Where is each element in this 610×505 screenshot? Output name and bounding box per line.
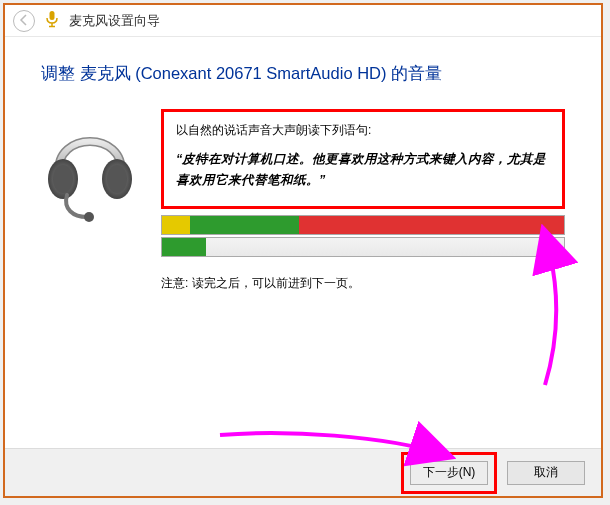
content-area: 调整 麦克风 (Conexant 20671 SmartAudio HD) 的音… <box>5 37 601 448</box>
reading-quote: “皮特在对计算机口述。他更喜欢用这种方式来键入内容，尤其是喜欢用它来代替笔和纸。… <box>176 149 550 192</box>
headset-image <box>41 109 139 228</box>
level-segment <box>162 216 190 234</box>
back-button[interactable] <box>13 10 35 32</box>
level-segment <box>299 216 564 234</box>
input-level-fill <box>162 238 206 256</box>
svg-rect-0 <box>50 11 55 20</box>
microphone-icon <box>45 10 59 32</box>
svg-point-7 <box>84 212 94 222</box>
input-level-meter <box>161 237 565 257</box>
svg-point-6 <box>107 165 127 193</box>
titlebar: 麦克风设置向导 <box>5 5 601 37</box>
note-text: 注意: 读完之后，可以前进到下一页。 <box>161 275 565 292</box>
reading-prompt: 以自然的说话声音大声朗读下列语句: <box>176 122 550 139</box>
svg-point-4 <box>53 165 73 193</box>
back-icon <box>18 13 30 29</box>
level-meter <box>161 215 565 235</box>
reading-box: 以自然的说话声音大声朗读下列语句: “皮特在对计算机口述。他更喜欢用这种方式来键… <box>161 109 565 209</box>
page-title: 调整 麦克风 (Conexant 20671 SmartAudio HD) 的音… <box>41 63 565 85</box>
next-button-highlight: 下一步(N) <box>401 452 497 494</box>
window-title: 麦克风设置向导 <box>69 12 160 30</box>
level-segment <box>190 216 299 234</box>
footer: 下一步(N) 取消 <box>5 448 601 496</box>
next-button[interactable]: 下一步(N) <box>410 461 488 485</box>
cancel-button[interactable]: 取消 <box>507 461 585 485</box>
